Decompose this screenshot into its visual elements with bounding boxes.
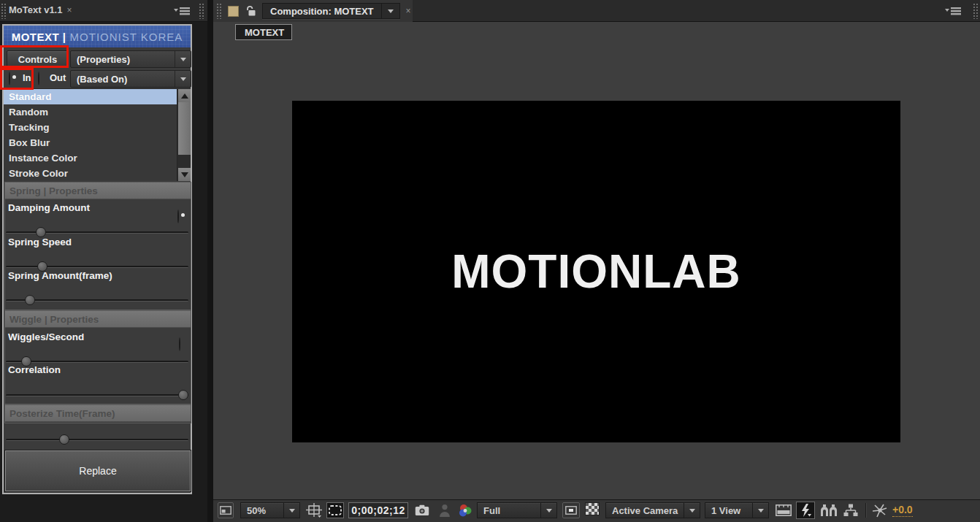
toggle-timeline-icon[interactable] [774,502,793,518]
slider-knob[interactable] [59,434,69,445]
dropdown-arrow-icon[interactable] [684,503,700,518]
view-layout-value: 1 View [705,505,752,516]
tab-motext-plugin[interactable]: MoText v1.1 × [9,4,72,15]
panel-splitter[interactable] [207,0,213,522]
timecode-display[interactable]: 0;00;02;12 [348,502,408,518]
fast-previews-icon[interactable] [796,502,815,519]
composition-selector[interactable]: Composition: MOTEXT [262,3,400,19]
snapshot-camera-icon[interactable] [413,502,431,518]
slider-knob[interactable] [178,390,188,400]
panel-menu-icon[interactable] [945,6,962,16]
scroll-up-button[interactable] [178,89,191,102]
panel-grip[interactable] [199,3,204,19]
properties-dropdown-value: (Properties) [71,54,175,65]
based-on-dropdown-value: (Based On) [71,74,175,85]
controls-button-label: Controls [18,54,57,65]
show-channel-icon[interactable] [456,502,474,518]
brand-header: MOTEXT | MOTIONIST KOREA [4,26,191,47]
in-radio[interactable] [9,72,10,85]
show-snapshot-icon[interactable] [437,502,453,518]
list-item-instance-color[interactable]: Instance Color [4,150,177,166]
posterize-time-slider[interactable] [6,434,188,445]
tab-close-icon[interactable]: × [66,5,72,15]
resolution-value: Full [478,505,540,516]
preset-list: Standard Random Tracking Box Blur Instan… [4,88,191,180]
comp-tab-close-icon[interactable]: × [406,6,411,16]
list-scrollbar[interactable] [177,89,191,181]
list-item-tracking[interactable]: Tracking [4,120,177,135]
panel-grip[interactable] [973,3,979,19]
flowchart-icon[interactable] [841,502,860,518]
slider-knob[interactable] [36,227,46,237]
brand-name: MOTEXT | [12,31,66,43]
dropdown-arrow-icon[interactable] [175,71,191,87]
timecode-value: 0;00;02;12 [351,504,405,516]
brand-subtitle: MOTIONIST KOREA [70,31,183,43]
comp-color-swatch-icon [228,6,239,17]
view-layout-dropdown[interactable]: 1 View [705,502,769,518]
viewer-tab-motext[interactable]: MOTEXT [235,24,292,40]
damping-amount-slider[interactable] [6,227,188,237]
list-item-random[interactable]: Random [4,104,177,120]
wiggles-second-radio[interactable] [179,337,180,351]
resolution-dropdown[interactable]: Full [477,502,557,518]
toolbar-divider [865,503,866,518]
wiggle-section-header: Wiggle | Properties [5,311,191,328]
grid-guides-icon[interactable] [305,502,323,518]
damping-amount-label: Damping Amount [8,202,90,213]
motext-panel: MOTEXT | MOTIONIST KOREA Controls (Prope… [0,22,207,522]
damping-amount-radio[interactable] [177,210,179,223]
dropdown-arrow-icon[interactable] [382,9,399,13]
dropdown-arrow-icon[interactable] [175,51,191,67]
zoom-dropdown[interactable]: 50% [240,502,300,518]
panel-grip[interactable] [216,3,222,19]
out-radio[interactable] [38,72,39,85]
wiggles-second-label: Wiggles/Second [8,331,84,342]
app-window: MoText v1.1 × MOTEXT | MOTIONIST KOREA C… [0,0,980,522]
spring-amount-slider[interactable] [6,295,188,305]
in-radio-label: In [23,72,31,83]
tab-title: MoText v1.1 [9,4,62,15]
scroll-down-button[interactable] [178,168,191,181]
toggle-mask-visibility-icon[interactable] [562,502,580,518]
slider-knob[interactable] [25,295,35,305]
list-item-stroke-color[interactable]: Stroke Color [4,166,177,181]
spring-amount-label: Spring Amount(frame) [8,270,112,281]
replace-button-label: Replace [79,465,116,477]
always-preview-icon[interactable] [218,502,234,518]
motext-panel-content: MOTEXT | MOTIONIST KOREA Controls (Prope… [2,24,192,494]
replace-button[interactable]: Replace [5,450,191,491]
dropdown-arrow-icon[interactable] [540,503,556,518]
correlation-slider[interactable] [6,390,188,400]
posterize-section: Posterize Time(Frame) [4,404,191,423]
exposure-value[interactable]: +0.0 [892,504,913,517]
properties-dropdown[interactable]: (Properties) [70,50,191,68]
camera-view-dropdown[interactable]: Active Camera [605,502,700,518]
list-item-box-blur[interactable]: Box Blur [4,135,177,150]
reset-exposure-icon[interactable] [870,502,889,518]
based-on-dropdown[interactable]: (Based On) [70,70,191,88]
scroll-thumb[interactable] [178,102,191,155]
tab-composition[interactable]: Composition: MOTEXT × [213,0,413,22]
transparency-grid-icon[interactable] [585,502,600,515]
panel-grip[interactable] [1,3,7,19]
comp-toolbar: 50% 0;00;02;12 Full A [213,499,980,522]
region-of-interest-icon[interactable] [326,502,344,518]
composition-canvas[interactable]: MOTIONLAB [292,101,900,442]
unlock-icon[interactable] [245,5,256,17]
canvas-text: MOTIONLAB [451,245,741,299]
dropdown-arrow-icon[interactable] [752,503,768,518]
list-item-standard[interactable]: Standard [4,89,177,104]
composition-viewer: MOTEXT MOTIONLAB [213,22,980,499]
comp-panel-tabbar: Composition: MOTEXT × [213,0,980,22]
posterize-section-header: Posterize Time(Frame) [5,405,191,422]
spring-section-header: Spring | Properties [5,183,191,199]
controls-button[interactable]: Controls [7,50,69,68]
panel-menu-icon[interactable] [174,6,191,16]
correlation-label: Correlation [8,364,61,375]
out-radio-label: Out [50,72,66,83]
mini-flowchart-icon[interactable] [819,502,838,518]
zoom-value: 50% [241,505,283,516]
composition-tab-title: Composition: MOTEXT [263,6,381,17]
dropdown-arrow-icon[interactable] [283,503,299,518]
